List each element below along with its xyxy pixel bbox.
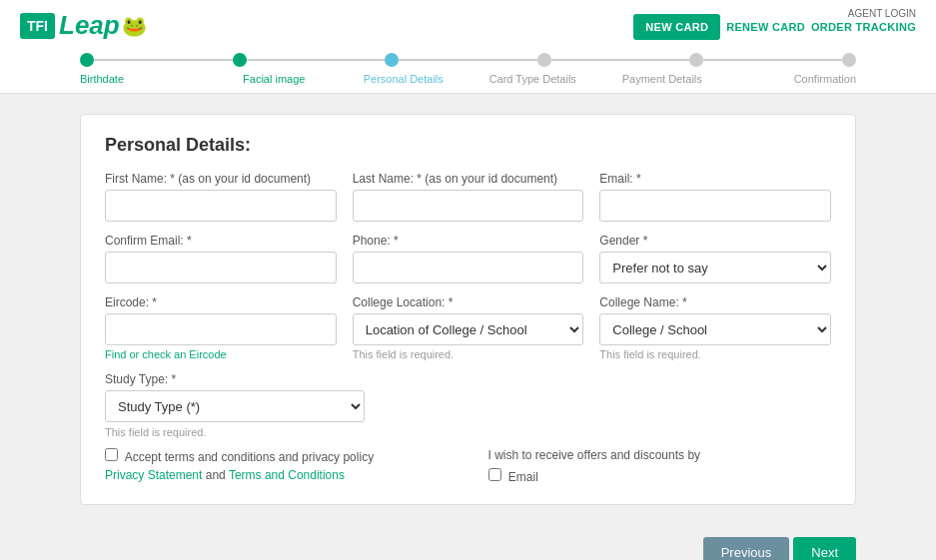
stepper: Birthdate Facial image Personal Details … bbox=[0, 41, 936, 94]
terms-row: Accept terms and conditions and privacy … bbox=[105, 448, 831, 484]
step-label-facial: Facial image bbox=[210, 73, 340, 85]
step-dot-4 bbox=[537, 53, 551, 67]
terms-text: Accept terms and conditions and privacy … bbox=[105, 448, 449, 464]
step-dot-3 bbox=[385, 53, 399, 67]
stepper-dots bbox=[80, 53, 856, 67]
study-type-row: Study Type: * Study Type (*) bbox=[105, 372, 831, 422]
terms-right: I wish to receive offers and discounts b… bbox=[488, 448, 832, 484]
email-group: Email: * bbox=[599, 172, 831, 222]
nav-footer: Previous Next bbox=[0, 525, 936, 560]
step-dot-1 bbox=[80, 53, 94, 67]
confirm-email-label: Confirm Email: * bbox=[105, 234, 337, 248]
main-content: Personal Details: First Name: * (as on y… bbox=[0, 94, 936, 525]
tfi-logo: TFI bbox=[20, 13, 55, 39]
stepper-labels: Birthdate Facial image Personal Details … bbox=[80, 73, 856, 93]
step-label-birthdate: Birthdate bbox=[80, 73, 210, 85]
logo-area: TFI Leap 🐸 bbox=[20, 10, 147, 41]
gender-select[interactable]: Prefer not to say Male Female Other bbox=[599, 252, 831, 283]
order-tracking-button[interactable]: ORDER TRACKING bbox=[811, 21, 916, 33]
eircode-label: Eircode: * bbox=[105, 295, 337, 309]
eircode-group: Eircode: * Find or check an Eircode bbox=[105, 295, 337, 360]
accept-terms-label: Accept terms and conditions and privacy … bbox=[125, 450, 374, 464]
phone-group: Phone: * bbox=[353, 234, 584, 283]
header: TFI Leap 🐸 AGENT LOGIN NEW CARD RENEW CA… bbox=[0, 0, 936, 41]
step-label-personal: Personal Details bbox=[339, 73, 468, 85]
and-text: and bbox=[206, 468, 226, 482]
study-required-text: This field is required. bbox=[105, 426, 831, 438]
phone-label: Phone: * bbox=[353, 234, 584, 248]
college-name-select[interactable]: College / School bbox=[599, 313, 831, 345]
college-location-required: This field is required. bbox=[353, 348, 584, 360]
terms-left: Accept terms and conditions and privacy … bbox=[105, 448, 449, 482]
form-row-3: Eircode: * Find or check an Eircode Coll… bbox=[105, 295, 831, 360]
email-opt-label: Email bbox=[508, 470, 538, 484]
form-card: Personal Details: First Name: * (as on y… bbox=[80, 114, 856, 505]
gender-group: Gender * Prefer not to say Male Female O… bbox=[599, 234, 831, 283]
college-location-group: College Location: * Location of College … bbox=[353, 295, 584, 360]
email-label: Email: * bbox=[599, 172, 831, 186]
terms-links: Privacy Statement and Terms and Conditio… bbox=[105, 468, 449, 482]
college-location-label: College Location: * bbox=[353, 295, 584, 309]
find-eircode-link[interactable]: Find or check an Eircode bbox=[105, 348, 337, 360]
terms-checkbox[interactable] bbox=[105, 448, 118, 461]
study-type-group: Study Type: * Study Type (*) bbox=[105, 372, 365, 422]
new-card-button[interactable]: NEW CARD bbox=[633, 14, 720, 40]
step-line-2 bbox=[247, 59, 386, 61]
college-name-required: This field is required. bbox=[599, 348, 831, 360]
gender-label: Gender * bbox=[599, 234, 831, 248]
college-location-select[interactable]: Location of College / School bbox=[353, 313, 584, 345]
privacy-statement-link[interactable]: Privacy Statement bbox=[105, 468, 202, 482]
agent-login[interactable]: AGENT LOGIN bbox=[848, 8, 916, 19]
phone-input[interactable] bbox=[353, 252, 584, 283]
step-label-cardtype: Card Type Details bbox=[468, 73, 598, 85]
step-line-5 bbox=[703, 59, 842, 61]
confirm-email-group: Confirm Email: * bbox=[105, 234, 337, 283]
last-name-group: Last Name: * (as on your id document) bbox=[353, 172, 584, 222]
step-dot-2 bbox=[233, 53, 247, 67]
step-dot-5 bbox=[689, 53, 703, 67]
email-input[interactable] bbox=[599, 190, 831, 222]
email-opt: Email bbox=[488, 468, 832, 484]
first-name-input[interactable] bbox=[105, 190, 337, 222]
step-dot-6 bbox=[842, 53, 856, 67]
email-opt-checkbox[interactable] bbox=[488, 468, 501, 481]
next-button[interactable]: Next bbox=[793, 537, 856, 560]
confirm-email-input[interactable] bbox=[105, 252, 337, 283]
renew-card-button[interactable]: RENEW CARD bbox=[726, 21, 805, 33]
step-line-4 bbox=[551, 59, 690, 61]
step-label-confirmation: Confirmation bbox=[727, 73, 857, 85]
last-name-label: Last Name: * (as on your id document) bbox=[353, 172, 584, 186]
study-type-select[interactable]: Study Type (*) bbox=[105, 390, 365, 422]
step-line-3 bbox=[399, 59, 537, 61]
previous-button[interactable]: Previous bbox=[703, 537, 790, 560]
first-name-group: First Name: * (as on your id document) bbox=[105, 172, 337, 222]
leap-logo: Leap bbox=[59, 10, 120, 41]
form-title: Personal Details: bbox=[105, 135, 831, 156]
step-line-1 bbox=[94, 59, 233, 61]
form-row-1: First Name: * (as on your id document) L… bbox=[105, 172, 831, 222]
college-name-group: College Name: * College / School This fi… bbox=[599, 295, 831, 360]
eircode-input[interactable] bbox=[105, 313, 337, 345]
study-type-label: Study Type: * bbox=[105, 372, 365, 386]
terms-conditions-link[interactable]: Terms and Conditions bbox=[229, 468, 345, 482]
college-name-label: College Name: * bbox=[599, 295, 831, 309]
offers-label: I wish to receive offers and discounts b… bbox=[488, 448, 832, 462]
first-name-label: First Name: * (as on your id document) bbox=[105, 172, 337, 186]
last-name-input[interactable] bbox=[353, 190, 584, 222]
step-label-payment: Payment Details bbox=[597, 73, 727, 85]
form-row-2: Confirm Email: * Phone: * Gender * Prefe… bbox=[105, 234, 831, 283]
frog-icon: 🐸 bbox=[122, 14, 147, 38]
